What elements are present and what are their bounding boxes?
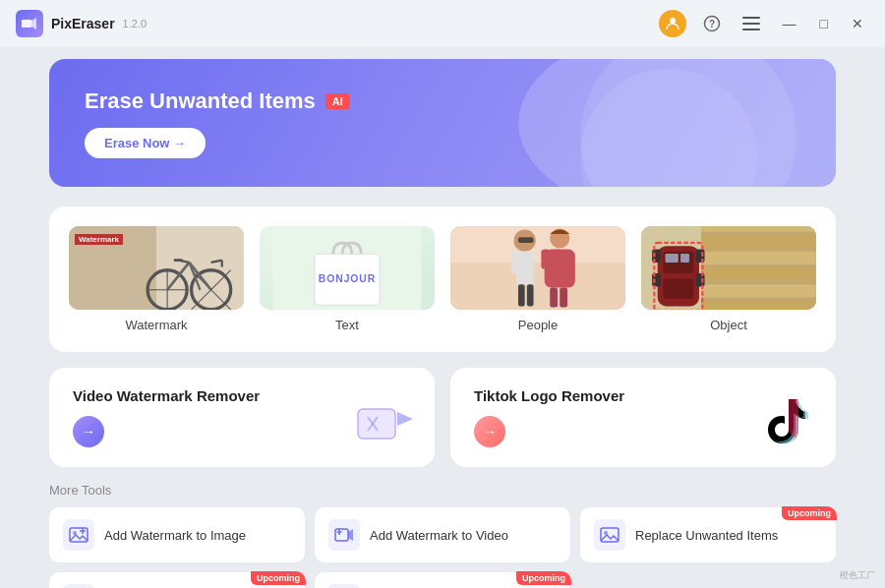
app-version-label: 1.2.0 (123, 18, 147, 29)
image-icon (69, 525, 88, 545)
category-grid: Watermark (69, 226, 816, 332)
svg-point-9 (663, 59, 836, 147)
tiktok-icon-decoration (762, 394, 816, 457)
replace-items-upcoming-badge: Upcoming (782, 506, 837, 520)
category-section: Watermark (49, 206, 836, 352)
tool-replace-items-label: Replace Unwanted Items (635, 528, 778, 543)
category-object[interactable]: Object (641, 226, 816, 332)
video-watermark-arrow[interactable]: → (73, 416, 104, 447)
svg-rect-72 (335, 529, 348, 541)
svg-rect-68 (70, 528, 88, 542)
tool-cards-row: Video Watermark Remover → Tiktok Logo Re… (49, 368, 836, 467)
svg-rect-76 (601, 528, 619, 542)
more-tools-title: More Tools (49, 483, 836, 498)
category-object-img (641, 226, 816, 310)
svg-rect-56 (665, 254, 678, 263)
svg-rect-47 (701, 226, 816, 232)
svg-marker-73 (348, 529, 353, 541)
menu-button[interactable] (738, 10, 765, 37)
category-people[interactable]: People (450, 226, 625, 332)
hero-title-text: Erase Unwanted Items (85, 88, 316, 114)
tool-add-watermark-image-icon (63, 519, 94, 551)
ai-enhancer-upcoming-badge: Upcoming (251, 571, 306, 585)
text-thumb: BONJOUR (260, 226, 435, 310)
ai-colorizer-upcoming-badge: Upcoming (516, 571, 571, 585)
app-logo (16, 10, 43, 37)
tools-grid: Add Watermark to Image Add Watermark to … (49, 507, 836, 588)
app-branding: PixEraser 1.2.0 (16, 10, 147, 37)
svg-text:BONJOUR: BONJOUR (319, 273, 377, 284)
svg-marker-65 (397, 412, 413, 426)
category-watermark[interactable]: Watermark (69, 226, 244, 332)
app-name-label: PixEraser (51, 16, 115, 31)
tool-replace-items[interactable]: Replace Unwanted Items Upcoming (580, 507, 836, 562)
svg-rect-40 (541, 250, 550, 269)
minimize-button[interactable]: — (777, 14, 802, 33)
tool-add-watermark-image[interactable]: Add Watermark to Image (49, 507, 305, 562)
replace-icon (600, 525, 620, 545)
tool-add-watermark-image-label: Add Watermark to Image (104, 528, 246, 543)
svg-rect-42 (550, 288, 558, 308)
tiktok-logo-card[interactable]: Tiktok Logo Remover → (450, 368, 836, 467)
svg-rect-37 (518, 237, 534, 243)
maximize-button[interactable]: □ (814, 14, 834, 33)
svg-rect-5 (742, 17, 760, 19)
tool-ai-colorizer-icon (328, 584, 360, 588)
category-watermark-label: Watermark (125, 318, 187, 332)
close-button[interactable]: ✕ (846, 14, 869, 33)
svg-rect-43 (560, 288, 567, 308)
svg-rect-63 (358, 409, 395, 439)
svg-rect-35 (518, 284, 525, 306)
svg-text:?: ? (708, 19, 714, 29)
help-button[interactable]: ? (698, 10, 726, 37)
video-watermark-title: Video Watermark Remover (73, 387, 411, 404)
category-people-img (450, 226, 625, 310)
svg-rect-52 (701, 301, 816, 310)
svg-rect-36 (527, 284, 534, 306)
tiktok-logo-arrow[interactable]: → (474, 416, 505, 447)
erase-now-button[interactable]: Erase Now → (85, 128, 206, 158)
window-controls: ? — □ ✕ (659, 10, 869, 37)
svg-rect-49 (701, 252, 816, 265)
svg-rect-41 (552, 250, 560, 269)
category-people-label: People (518, 318, 558, 332)
tool-add-watermark-video[interactable]: Add Watermark to Video (315, 507, 570, 562)
svg-rect-48 (701, 235, 816, 248)
svg-rect-7 (742, 29, 760, 30)
watermark-thumb: Watermark (69, 226, 244, 310)
more-tools-section: More Tools Add Watermark to Image (49, 483, 836, 588)
svg-rect-34 (525, 252, 534, 273)
people-illustration (450, 226, 625, 310)
category-text-img: BONJOUR (260, 226, 435, 310)
video-icon-decoration (356, 404, 415, 452)
svg-rect-50 (701, 268, 816, 281)
user-avatar[interactable] (659, 10, 686, 37)
category-watermark-img: Watermark (69, 226, 244, 310)
svg-point-2 (670, 18, 676, 24)
svg-rect-51 (701, 284, 816, 297)
footer-stamp: 橙色工厂 (840, 569, 875, 582)
svg-rect-33 (511, 252, 520, 273)
svg-marker-1 (31, 18, 36, 29)
video-add-icon (334, 525, 354, 545)
svg-rect-6 (742, 23, 760, 25)
text-illustration: BONJOUR (260, 226, 435, 310)
svg-rect-57 (680, 254, 689, 263)
people-thumb (450, 226, 625, 310)
video-decoration-svg (356, 404, 415, 448)
svg-rect-30 (450, 263, 625, 310)
tiktok-svg (762, 394, 816, 448)
tool-ai-enhancer-icon (63, 584, 94, 588)
tool-replace-items-icon (594, 519, 625, 551)
tool-add-watermark-video-label: Add Watermark to Video (370, 528, 508, 543)
category-text[interactable]: BONJOUR Text (260, 226, 435, 332)
title-bar: PixEraser 1.2.0 ? — □ ✕ (0, 0, 885, 47)
object-thumb (641, 226, 816, 310)
tool-add-watermark-video-icon (328, 519, 360, 551)
svg-rect-55 (663, 279, 693, 299)
category-object-label: Object (710, 318, 747, 332)
tool-ai-enhancer[interactable]: AI Image Enhancer Upcoming (49, 572, 305, 588)
video-watermark-card[interactable]: Video Watermark Remover → (49, 368, 435, 467)
object-illustration (641, 226, 816, 310)
tool-ai-colorizer[interactable]: AI Photo Colorizer Upcoming (315, 572, 570, 588)
